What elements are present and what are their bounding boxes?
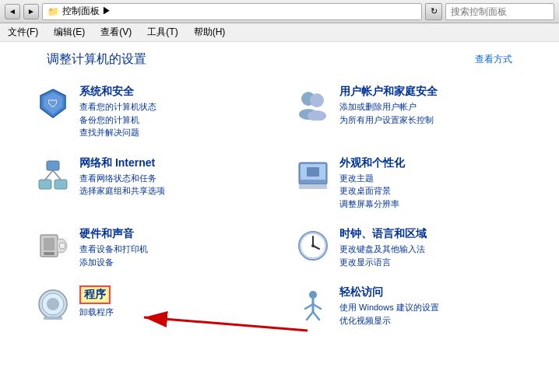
user-accounts-desc: 添加或删除用户帐户 为所有用户设置家长控制 (339, 100, 525, 126)
content-header: 调整计算机的设置 查看方式 (0, 42, 559, 72)
hardware-desc: 查看设备和打印机 添加设备 (79, 243, 265, 268)
clock-title[interactable]: 时钟、语言和区域 (339, 227, 525, 241)
network-text: 网络和 Internet 查看网络状态和任务 选择家庭组和共享选项 (79, 156, 265, 198)
programs-text: 程序 卸载程序 (79, 285, 265, 319)
svg-rect-14 (307, 167, 319, 177)
panel-appearance[interactable]: 外观和个性化 更改主题 更改桌面背景 调整屏幕分辨率 (291, 150, 528, 217)
svg-line-34 (313, 312, 319, 320)
panel-user-accounts[interactable]: 用户帐户和家庭安全 添加或删除用户帐户 为所有用户设置家长控制 (291, 79, 528, 145)
search-input[interactable] (445, 3, 554, 20)
network-title[interactable]: 网络和 Internet (79, 156, 265, 170)
svg-point-27 (47, 298, 59, 310)
menu-view[interactable]: 查看(V) (97, 24, 135, 40)
system-security-desc: 查看您的计算机状态 备份您的计算机 查找并解决问题 (79, 100, 265, 139)
refresh-button[interactable]: ↻ (425, 3, 442, 20)
panel-ease-access[interactable]: 轻松访问 使用 Windows 建议的设置 优化视频显示 (291, 279, 528, 333)
user-accounts-link-1[interactable]: 为所有用户设置家长控制 (339, 114, 525, 127)
appearance-link-0[interactable]: 更改主题 (339, 172, 525, 185)
appearance-title[interactable]: 外观和个性化 (339, 156, 525, 170)
user-accounts-text: 用户帐户和家庭安全 添加或删除用户帐户 为所有用户设置家长控制 (339, 85, 525, 126)
panel-network[interactable]: 网络和 Internet 查看网络状态和任务 选择家庭组和共享选项 (31, 150, 268, 217)
clock-link-0[interactable]: 更改键盘及其他输入法 (339, 243, 525, 256)
network-link-1[interactable]: 选择家庭组和共享选项 (79, 184, 265, 198)
panels-grid: 🛡 系统和安全 查看您的计算机状态 备份您的计算机 查找并解决问题 (0, 72, 559, 339)
panel-clock[interactable]: 时钟、语言和区域 更改键盘及其他输入法 更改显示语言 (291, 221, 528, 275)
system-security-link-1[interactable]: 备份您的计算机 (79, 114, 265, 127)
appearance-desc: 更改主题 更改桌面背景 调整屏幕分辨率 (339, 172, 525, 211)
address-path: 控制面板 ▶ (62, 5, 111, 18)
svg-rect-28 (44, 317, 62, 320)
forward-button[interactable]: ► (23, 4, 39, 19)
menu-bar: 文件(F) 编辑(E) 查看(V) 工具(T) 帮助(H) (0, 23, 559, 42)
network-link-0[interactable]: 查看网络状态和任务 (79, 172, 265, 185)
svg-rect-17 (44, 238, 54, 250)
hardware-title[interactable]: 硬件和声音 (79, 227, 265, 241)
svg-rect-18 (44, 252, 54, 255)
network-icon (34, 156, 72, 194)
view-mode[interactable]: 查看方式 (475, 53, 512, 66)
page-title: 调整计算机的设置 (47, 51, 146, 68)
appearance-text: 外观和个性化 更改主题 更改桌面背景 调整屏幕分辨率 (339, 156, 525, 211)
appearance-link-1[interactable]: 更改桌面背景 (339, 184, 525, 198)
svg-rect-15 (299, 184, 327, 189)
menu-edit[interactable]: 编辑(E) (51, 24, 88, 40)
clock-text: 时钟、语言和区域 更改键盘及其他输入法 更改显示语言 (339, 227, 525, 268)
system-security-text: 系统和安全 查看您的计算机状态 备份您的计算机 查找并解决问题 (79, 85, 265, 139)
system-security-link-0[interactable]: 查看您的计算机状态 (79, 100, 265, 114)
user-accounts-link-0[interactable]: 添加或删除用户帐户 (339, 100, 525, 114)
svg-text:🛡: 🛡 (47, 97, 58, 110)
svg-rect-9 (47, 161, 59, 170)
hardware-link-0[interactable]: 查看设备和打印机 (79, 243, 265, 256)
menu-tools[interactable]: 工具(T) (144, 24, 181, 40)
system-security-link-2[interactable]: 查找并解决问题 (79, 126, 265, 139)
ease-access-desc: 使用 Windows 建议的设置 优化视频显示 (339, 301, 525, 327)
clock-desc: 更改键盘及其他输入法 更改显示语言 (339, 243, 525, 268)
user-accounts-icon (294, 85, 332, 122)
menu-help[interactable]: 帮助(H) (191, 24, 229, 40)
programs-icon (34, 285, 72, 323)
clock-icon (294, 227, 332, 264)
ease-access-text: 轻松访问 使用 Windows 建议的设置 优化视频显示 (339, 285, 525, 327)
main-content: 调整计算机的设置 查看方式 🛡 系统和安全 查看您的计算机状态 备份您的 (0, 42, 559, 392)
appearance-icon (294, 156, 332, 194)
ease-access-link-0[interactable]: 使用 Windows 建议的设置 (339, 301, 525, 314)
ease-access-link-1[interactable]: 优化视频显示 (339, 314, 525, 327)
svg-point-24 (311, 244, 315, 247)
ease-access-title[interactable]: 轻松访问 (339, 285, 525, 299)
network-desc: 查看网络状态和任务 选择家庭组和共享选项 (79, 172, 265, 198)
hardware-text: 硬件和声音 查看设备和打印机 添加设备 (79, 227, 265, 268)
programs-title[interactable]: 程序 (79, 285, 111, 304)
svg-line-11 (53, 170, 61, 180)
ease-access-icon (294, 285, 332, 323)
title-bar: ◄ ► 📁 控制面板 ▶ ↻ (0, 0, 559, 23)
user-accounts-title[interactable]: 用户帐户和家庭安全 (339, 85, 525, 99)
clock-link-1[interactable]: 更改显示语言 (339, 256, 525, 269)
system-security-icon: 🛡 (34, 85, 72, 122)
menu-file[interactable]: 文件(F) (5, 24, 41, 40)
appearance-link-2[interactable]: 调整屏幕分辨率 (339, 198, 525, 211)
panel-hardware[interactable]: 硬件和声音 查看设备和打印机 添加设备 (31, 221, 268, 275)
address-bar: 📁 控制面板 ▶ (42, 3, 422, 20)
hardware-link-1[interactable]: 添加设备 (79, 256, 265, 269)
svg-point-4 (310, 93, 324, 107)
panel-programs[interactable]: 程序 卸载程序 (31, 279, 268, 333)
svg-point-19 (59, 243, 65, 249)
svg-line-33 (307, 312, 313, 320)
programs-desc: 卸载程序 (79, 306, 265, 319)
system-security-title[interactable]: 系统和安全 (79, 85, 265, 99)
address-icon: 📁 (47, 6, 59, 17)
hardware-icon (34, 227, 72, 264)
panel-system-security[interactable]: 🛡 系统和安全 查看您的计算机状态 备份您的计算机 查找并解决问题 (31, 79, 268, 145)
svg-rect-8 (54, 180, 67, 189)
back-button[interactable]: ◄ (5, 4, 20, 19)
svg-line-10 (45, 170, 53, 180)
programs-link-0[interactable]: 卸载程序 (79, 306, 265, 319)
svg-rect-7 (39, 180, 51, 189)
